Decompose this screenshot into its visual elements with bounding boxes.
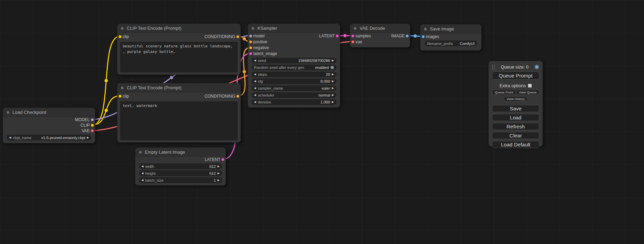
node-vae-decode[interactable]: VAE Decode samples IMAGE vae	[350, 24, 410, 47]
input-port-clip[interactable]	[118, 35, 122, 38]
decrement-arrow-icon[interactable]: ◀	[254, 59, 256, 62]
clear-button[interactable]: Clear	[492, 132, 539, 139]
increment-arrow-icon[interactable]: ▶	[218, 165, 220, 168]
widget-name: ckpt_name	[13, 136, 32, 140]
link-midpoint-dot[interactable]	[343, 34, 347, 37]
node-save-image[interactable]: Save Image images filename_prefix ComfyU…	[420, 24, 482, 51]
widget-value: 8.000	[320, 79, 330, 83]
widget-value: 20	[326, 72, 330, 76]
input-port-vae[interactable]	[351, 40, 354, 43]
node-title-bar[interactable]: Empty Latent Image	[135, 148, 226, 157]
collapse-dot-icon[interactable]	[6, 111, 10, 114]
toggle-knob-icon[interactable]	[330, 66, 334, 69]
output-port-latent[interactable]	[336, 34, 339, 37]
prompt-text-input[interactable]: beautiful scenery nature glass bottle la…	[120, 42, 238, 72]
output-port-image[interactable]	[406, 34, 409, 37]
widget-seed[interactable]: ◀ seed 156680208700286 ▶	[252, 58, 336, 63]
input-port-latent-image[interactable]	[249, 52, 252, 55]
increment-arrow-icon[interactable]: ▶	[87, 136, 89, 139]
collapse-dot-icon[interactable]	[353, 27, 357, 30]
collapse-dot-icon[interactable]	[251, 27, 255, 30]
widget-scheduler[interactable]: ◀ scheduler normal ▶	[252, 92, 336, 98]
increment-arrow-icon[interactable]: ▶	[218, 172, 220, 175]
settings-gear-icon[interactable]	[534, 64, 539, 70]
widget-ckpt-name[interactable]: ◀ ckpt_name v1-5-pruned-emaonly.ckpt ▶	[7, 135, 91, 141]
link-midpoint-dot[interactable]	[414, 34, 417, 38]
node-title-bar[interactable]: CLIP Text Encode (Prompt)	[117, 83, 240, 92]
decrement-arrow-icon[interactable]: ◀	[254, 87, 256, 90]
node-empty-latent-image[interactable]: Empty Latent Image LATENT ◀ width 512 ▶ …	[135, 147, 226, 186]
output-port-clip[interactable]	[91, 124, 94, 127]
decrement-arrow-icon[interactable]: ◀	[9, 136, 11, 139]
collapse-dot-icon[interactable]	[121, 86, 124, 90]
view-queue-button[interactable]: View Queue	[516, 90, 539, 95]
increment-arrow-icon[interactable]: ▶	[332, 101, 334, 103]
widget-height[interactable]: ◀ height 512 ▶	[139, 170, 222, 176]
node-ksampler[interactable]: KSampler model LATENT positive negative …	[248, 24, 340, 108]
increment-arrow-icon[interactable]: ▶	[332, 73, 334, 76]
increment-arrow-icon[interactable]: ▶	[332, 87, 334, 90]
link-midpoint-dot[interactable]	[170, 76, 173, 79]
link-midpoint-dot[interactable]	[242, 70, 246, 73]
node-title-bar[interactable]: Load Checkpoint	[3, 108, 95, 117]
widget-filename-prefix[interactable]: filename_prefix ComfyUI	[425, 40, 477, 46]
input-port-model[interactable]	[249, 34, 252, 37]
input-port-images[interactable]	[422, 35, 425, 38]
widget-batch-size[interactable]: ◀ batch_size 1 ▶	[139, 177, 222, 183]
decrement-arrow-icon[interactable]: ◀	[141, 165, 143, 168]
save-button[interactable]: Save	[492, 105, 539, 112]
node-load-checkpoint[interactable]: Load Checkpoint MODEL CLIP VAE ◀ ckpt_na…	[3, 108, 95, 143]
decrement-arrow-icon[interactable]: ◀	[254, 80, 256, 83]
increment-arrow-icon[interactable]: ▶	[332, 94, 334, 97]
node-title-bar[interactable]: VAE Decode	[350, 24, 410, 33]
collapse-dot-icon[interactable]	[424, 27, 427, 31]
drag-handle-icon[interactable]	[492, 64, 495, 70]
load-button[interactable]: Load	[492, 114, 539, 121]
queue-front-button[interactable]: Queue Front	[492, 90, 516, 95]
widget-steps[interactable]: ◀ steps 20 ▶	[252, 72, 336, 77]
decrement-arrow-icon[interactable]: ◀	[254, 94, 256, 97]
link-midpoint-dot[interactable]	[242, 37, 246, 40]
node-clip-text-encode-negative[interactable]: CLIP Text Encode (Prompt) clip CONDITION…	[117, 83, 241, 143]
input-port-negative[interactable]	[249, 46, 252, 49]
link-midpoint-dot[interactable]	[105, 79, 108, 82]
refresh-button[interactable]: Refresh	[492, 123, 539, 130]
node-title-bar[interactable]: CLIP Text Encode (Prompt)	[117, 24, 240, 33]
output-port-latent[interactable]	[221, 158, 224, 161]
widget-cfg[interactable]: ◀ cfg 8.000 ▶	[252, 79, 336, 84]
input-port-positive[interactable]	[249, 40, 252, 43]
node-clip-text-encode-positive[interactable]: CLIP Text Encode (Prompt) clip CONDITION…	[117, 24, 241, 75]
widget-denoise[interactable]: ◀ denoise 1.000 ▶	[252, 99, 336, 105]
input-label-latent-image: latent_image	[253, 51, 277, 56]
output-port-vae[interactable]	[91, 129, 94, 133]
decrement-arrow-icon[interactable]: ◀	[254, 101, 256, 103]
input-port-clip[interactable]	[118, 95, 122, 98]
increment-arrow-icon[interactable]: ▶	[218, 179, 220, 182]
node-title-bar[interactable]: KSampler	[248, 24, 340, 33]
widget-value: 512	[209, 164, 215, 169]
view-history-button[interactable]: View History	[504, 96, 528, 101]
extra-options-checkbox[interactable]	[528, 84, 532, 88]
node-title-bar[interactable]: Save Image	[421, 25, 481, 34]
queue-prompt-button[interactable]: Queue Prompt	[492, 72, 539, 80]
widget-name: scheduler	[258, 93, 274, 97]
collapse-dot-icon[interactable]	[139, 151, 142, 154]
input-port-samples[interactable]	[351, 34, 354, 37]
increment-arrow-icon[interactable]: ▶	[332, 59, 334, 62]
output-port-conditioning[interactable]	[236, 95, 239, 98]
widget-random-seed-toggle[interactable]: Random seed after every gen enabled	[252, 65, 336, 70]
decrement-arrow-icon[interactable]: ◀	[141, 179, 143, 182]
decrement-arrow-icon[interactable]: ◀	[141, 172, 143, 175]
widget-sampler-name[interactable]: ◀ sampler_name euler ▶	[252, 85, 336, 91]
output-port-conditioning[interactable]	[236, 35, 239, 38]
decrement-arrow-icon[interactable]: ◀	[254, 73, 256, 76]
increment-arrow-icon[interactable]: ▶	[332, 80, 334, 83]
queue-size-label: Queue size: 0	[501, 64, 528, 70]
collapse-dot-icon[interactable]	[121, 27, 124, 30]
output-port-model[interactable]	[91, 118, 94, 121]
link-midpoint-dot[interactable]	[105, 109, 108, 112]
widget-width[interactable]: ◀ width 512 ▶	[139, 163, 222, 169]
prompt-text-input[interactable]: text, watermark	[120, 101, 238, 140]
load-default-button[interactable]: Load Default	[492, 141, 539, 148]
input-label-negative: negative	[253, 45, 269, 50]
